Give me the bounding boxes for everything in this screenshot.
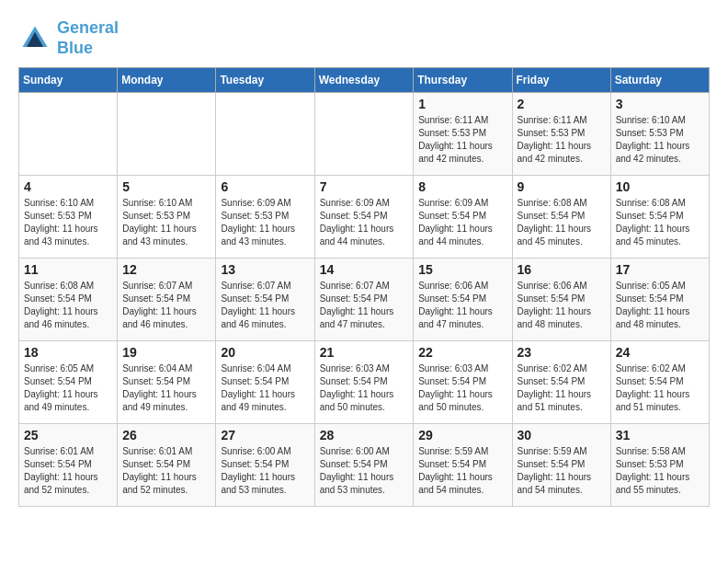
day-info: Sunrise: 5:58 AMSunset: 5:53 PMDaylight:… <box>616 445 704 497</box>
day-cell: 16Sunrise: 6:06 AMSunset: 5:54 PMDayligh… <box>512 259 610 341</box>
day-number: 19 <box>122 345 210 360</box>
day-number: 28 <box>320 428 409 442</box>
day-info: Sunrise: 6:09 AMSunset: 5:54 PMDaylight:… <box>320 197 409 248</box>
day-cell: 31Sunrise: 5:58 AMSunset: 5:53 PMDayligh… <box>610 424 709 507</box>
week-row-4: 18Sunrise: 6:05 AMSunset: 5:54 PMDayligh… <box>19 341 710 424</box>
day-number: 8 <box>418 179 506 194</box>
day-info: Sunrise: 6:07 AMSunset: 5:54 PMDaylight:… <box>122 280 210 331</box>
day-number: 23 <box>518 345 606 360</box>
day-number: 7 <box>320 179 409 194</box>
logo: General Blue <box>18 18 119 58</box>
day-cell: 30Sunrise: 5:59 AMSunset: 5:54 PMDayligh… <box>512 424 610 507</box>
day-cell: 20Sunrise: 6:04 AMSunset: 5:54 PMDayligh… <box>216 341 314 424</box>
day-number: 9 <box>518 179 606 194</box>
day-number: 2 <box>518 97 606 111</box>
day-number: 21 <box>320 345 409 360</box>
day-number: 26 <box>122 428 210 442</box>
day-cell <box>216 93 314 176</box>
day-number: 11 <box>24 262 112 277</box>
day-info: Sunrise: 6:03 AMSunset: 5:54 PMDaylight:… <box>418 362 506 414</box>
day-cell: 13Sunrise: 6:07 AMSunset: 5:54 PMDayligh… <box>216 259 314 341</box>
day-number: 29 <box>418 428 506 442</box>
logo-text: General Blue <box>57 18 119 58</box>
week-row-1: 1Sunrise: 6:11 AMSunset: 5:53 PMDaylight… <box>19 93 710 176</box>
day-cell: 24Sunrise: 6:02 AMSunset: 5:54 PMDayligh… <box>610 341 709 424</box>
day-cell: 10Sunrise: 6:08 AMSunset: 5:54 PMDayligh… <box>610 176 709 259</box>
day-cell: 22Sunrise: 6:03 AMSunset: 5:54 PMDayligh… <box>414 341 512 424</box>
day-number: 14 <box>320 262 409 277</box>
header-cell-monday: Monday <box>118 68 216 93</box>
day-number: 6 <box>221 179 309 194</box>
day-cell <box>314 93 414 176</box>
day-info: Sunrise: 6:02 AMSunset: 5:54 PMDaylight:… <box>616 362 704 414</box>
day-info: Sunrise: 6:08 AMSunset: 5:54 PMDaylight:… <box>24 280 112 331</box>
day-info: Sunrise: 6:06 AMSunset: 5:54 PMDaylight:… <box>518 280 606 331</box>
day-info: Sunrise: 6:09 AMSunset: 5:54 PMDaylight:… <box>418 197 506 248</box>
header-cell-thursday: Thursday <box>414 68 512 93</box>
day-cell: 5Sunrise: 6:10 AMSunset: 5:53 PMDaylight… <box>118 176 216 259</box>
day-info: Sunrise: 6:07 AMSunset: 5:54 PMDaylight:… <box>320 280 409 331</box>
day-number: 22 <box>418 345 506 360</box>
day-cell: 6Sunrise: 6:09 AMSunset: 5:53 PMDaylight… <box>216 176 314 259</box>
day-cell: 26Sunrise: 6:01 AMSunset: 5:54 PMDayligh… <box>118 424 216 507</box>
day-cell: 7Sunrise: 6:09 AMSunset: 5:54 PMDaylight… <box>314 176 414 259</box>
day-cell: 8Sunrise: 6:09 AMSunset: 5:54 PMDaylight… <box>414 176 512 259</box>
day-info: Sunrise: 6:07 AMSunset: 5:54 PMDaylight:… <box>221 280 309 331</box>
day-info: Sunrise: 5:59 AMSunset: 5:54 PMDaylight:… <box>518 445 606 497</box>
day-number: 12 <box>122 262 210 277</box>
header-cell-tuesday: Tuesday <box>216 68 314 93</box>
logo-icon <box>18 22 51 55</box>
day-cell: 23Sunrise: 6:02 AMSunset: 5:54 PMDayligh… <box>512 341 610 424</box>
day-cell: 27Sunrise: 6:00 AMSunset: 5:54 PMDayligh… <box>216 424 314 507</box>
week-row-2: 4Sunrise: 6:10 AMSunset: 5:53 PMDaylight… <box>19 176 710 259</box>
day-info: Sunrise: 6:04 AMSunset: 5:54 PMDaylight:… <box>221 362 309 414</box>
day-number: 25 <box>24 428 112 442</box>
day-cell: 18Sunrise: 6:05 AMSunset: 5:54 PMDayligh… <box>19 341 118 424</box>
day-number: 4 <box>24 179 112 194</box>
day-number: 18 <box>24 345 112 360</box>
day-number: 27 <box>221 428 309 442</box>
day-info: Sunrise: 6:08 AMSunset: 5:54 PMDaylight:… <box>616 197 704 248</box>
day-info: Sunrise: 6:11 AMSunset: 5:53 PMDaylight:… <box>518 114 606 166</box>
day-info: Sunrise: 6:11 AMSunset: 5:53 PMDaylight:… <box>418 114 506 166</box>
day-cell: 15Sunrise: 6:06 AMSunset: 5:54 PMDayligh… <box>414 259 512 341</box>
day-cell: 25Sunrise: 6:01 AMSunset: 5:54 PMDayligh… <box>19 424 118 507</box>
day-info: Sunrise: 6:10 AMSunset: 5:53 PMDaylight:… <box>24 197 112 248</box>
day-info: Sunrise: 5:59 AMSunset: 5:54 PMDaylight:… <box>418 445 506 497</box>
day-cell: 2Sunrise: 6:11 AMSunset: 5:53 PMDaylight… <box>512 93 610 176</box>
day-info: Sunrise: 6:00 AMSunset: 5:54 PMDaylight:… <box>320 445 409 497</box>
day-cell: 3Sunrise: 6:10 AMSunset: 5:53 PMDaylight… <box>610 93 709 176</box>
day-info: Sunrise: 6:02 AMSunset: 5:54 PMDaylight:… <box>518 362 606 414</box>
day-number: 10 <box>616 179 704 194</box>
day-info: Sunrise: 6:01 AMSunset: 5:54 PMDaylight:… <box>24 445 112 497</box>
day-info: Sunrise: 6:08 AMSunset: 5:54 PMDaylight:… <box>518 197 606 248</box>
day-cell: 19Sunrise: 6:04 AMSunset: 5:54 PMDayligh… <box>118 341 216 424</box>
day-cell: 9Sunrise: 6:08 AMSunset: 5:54 PMDaylight… <box>512 176 610 259</box>
day-cell: 14Sunrise: 6:07 AMSunset: 5:54 PMDayligh… <box>314 259 414 341</box>
day-info: Sunrise: 6:03 AMSunset: 5:54 PMDaylight:… <box>320 362 409 414</box>
week-row-5: 25Sunrise: 6:01 AMSunset: 5:54 PMDayligh… <box>19 424 710 507</box>
day-cell: 29Sunrise: 5:59 AMSunset: 5:54 PMDayligh… <box>414 424 512 507</box>
day-cell: 4Sunrise: 6:10 AMSunset: 5:53 PMDaylight… <box>19 176 118 259</box>
day-number: 13 <box>221 262 309 277</box>
header-cell-saturday: Saturday <box>610 68 709 93</box>
page-header: General Blue <box>18 18 710 58</box>
header-row: SundayMondayTuesdayWednesdayThursdayFrid… <box>19 68 710 93</box>
header-cell-sunday: Sunday <box>19 68 118 93</box>
day-info: Sunrise: 6:10 AMSunset: 5:53 PMDaylight:… <box>616 114 704 166</box>
day-info: Sunrise: 6:01 AMSunset: 5:54 PMDaylight:… <box>122 445 210 497</box>
day-info: Sunrise: 6:05 AMSunset: 5:54 PMDaylight:… <box>616 280 704 331</box>
day-cell: 17Sunrise: 6:05 AMSunset: 5:54 PMDayligh… <box>610 259 709 341</box>
day-info: Sunrise: 6:10 AMSunset: 5:53 PMDaylight:… <box>122 197 210 248</box>
day-cell <box>19 93 118 176</box>
day-cell: 12Sunrise: 6:07 AMSunset: 5:54 PMDayligh… <box>118 259 216 341</box>
day-info: Sunrise: 6:06 AMSunset: 5:54 PMDaylight:… <box>418 280 506 331</box>
day-number: 17 <box>616 262 704 277</box>
day-number: 5 <box>122 179 210 194</box>
week-row-3: 11Sunrise: 6:08 AMSunset: 5:54 PMDayligh… <box>19 259 710 341</box>
day-cell: 11Sunrise: 6:08 AMSunset: 5:54 PMDayligh… <box>19 259 118 341</box>
day-info: Sunrise: 6:05 AMSunset: 5:54 PMDaylight:… <box>24 362 112 414</box>
day-number: 1 <box>418 97 506 111</box>
day-cell: 21Sunrise: 6:03 AMSunset: 5:54 PMDayligh… <box>314 341 414 424</box>
day-number: 16 <box>518 262 606 277</box>
